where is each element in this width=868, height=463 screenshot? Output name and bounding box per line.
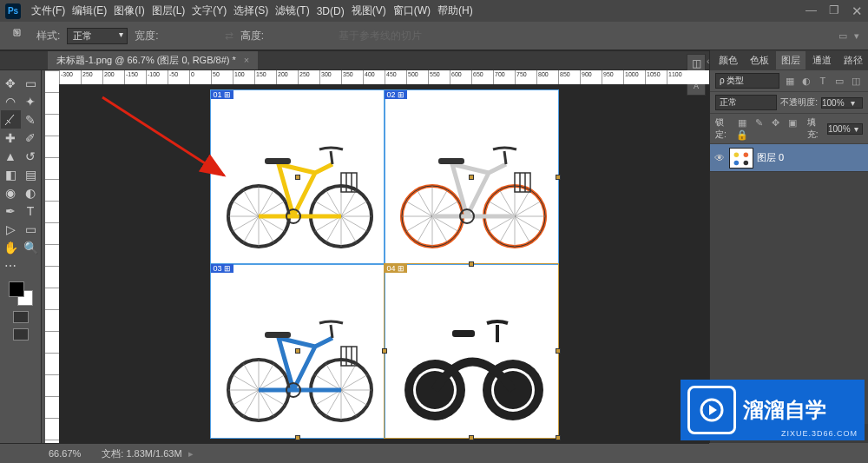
width-input[interactable]	[166, 30, 218, 41]
pen-tool[interactable]: ✒	[1, 202, 21, 220]
menu-help[interactable]: 帮助(H)	[434, 3, 477, 18]
layer-thumbnail[interactable]	[729, 148, 753, 169]
watermark-badge: 溜溜自学 ZIXUE.3D66.COM	[681, 380, 865, 440]
tab-channels[interactable]: 通道	[807, 51, 837, 69]
tab-swatch[interactable]: 色板	[745, 51, 774, 69]
svg-line-9	[232, 216, 258, 232]
filter-pixel-icon[interactable]: ▦	[783, 75, 797, 87]
svg-line-86	[326, 363, 341, 389]
dodge-tool[interactable]: ◐	[21, 183, 41, 202]
svg-rect-90	[265, 332, 291, 338]
layer-filter-select[interactable]: ρ 类型	[715, 73, 779, 89]
svg-line-83	[314, 390, 340, 406]
color-swatches[interactable]	[9, 281, 33, 306]
filter-adjust-icon[interactable]: ◐	[799, 75, 813, 87]
lock-trans-icon[interactable]: ▦	[735, 116, 749, 129]
document-canvas: 01⊞ 02⊞	[211, 90, 558, 438]
svg-line-60	[504, 151, 506, 164]
quick-mask-icon[interactable]	[13, 311, 29, 323]
edit-toolbar-button[interactable]: ⋯	[1, 256, 21, 274]
menu-filter[interactable]: 滤镜(T)	[272, 3, 312, 18]
healing-tool[interactable]: ✚	[1, 129, 21, 147]
menu-select[interactable]: 选择(S)	[230, 3, 272, 18]
status-doc[interactable]: 文档: 1.83M/1.63M ▸	[102, 447, 193, 460]
fill-input[interactable]: 100%▾	[827, 123, 863, 135]
filter-shape-icon[interactable]: ▭	[832, 75, 846, 87]
filter-smart-icon[interactable]: ◫	[849, 75, 863, 87]
layer-row[interactable]: 👁 图层 0	[710, 144, 868, 172]
tab-layers[interactable]: 图层	[776, 51, 806, 69]
height-input[interactable]	[271, 30, 323, 41]
menu-layer[interactable]: 图层(L)	[148, 3, 189, 18]
menu-file[interactable]: 文件(F)	[28, 3, 69, 18]
svg-rect-59	[438, 158, 464, 164]
path-select-tool[interactable]: ▷	[1, 220, 21, 238]
stamp-tool[interactable]: ▲	[1, 147, 21, 165]
blend-mode-select[interactable]: 正常	[715, 95, 777, 110]
toolbox: ✥ ▭ ◠ ✦ ✎ ✚ ✐ ▲ ↺ ◧ ▤ ◉ ◐ ✒ T ▷ ▭ ✋ 🔍 ⋯	[0, 70, 42, 443]
svg-line-88	[341, 363, 357, 389]
svg-line-26	[341, 189, 357, 215]
tab-color[interactable]: 颜色	[713, 51, 743, 69]
menu-image[interactable]: 图像(I)	[110, 3, 148, 18]
guide-slice-label: 基于参考线的切片	[339, 29, 422, 43]
svg-line-8	[243, 216, 259, 242]
brush-tool[interactable]: ✐	[21, 129, 41, 147]
close-window-button[interactable]: ✕	[852, 3, 863, 19]
svg-line-85	[314, 374, 340, 390]
menu-3d[interactable]: 3D(D)	[313, 5, 348, 17]
fill-label: 填充:	[807, 116, 824, 141]
lasso-tool[interactable]: ◠	[1, 92, 21, 110]
menu-type[interactable]: 文字(Y)	[188, 3, 230, 18]
style-select[interactable]: 正常	[67, 28, 128, 44]
visibility-toggle-icon[interactable]: 👁	[713, 152, 726, 164]
type-tool[interactable]: T	[21, 202, 41, 220]
layer-name[interactable]: 图层 0	[757, 151, 784, 164]
screen-mode-icon[interactable]	[13, 328, 29, 341]
zoom-tool[interactable]: 🔍	[21, 238, 41, 256]
shape-tool[interactable]: ▭	[21, 220, 41, 238]
search-icon[interactable]: ▾	[854, 30, 859, 42]
document-tab[interactable]: 未标题-1.png @ 66.7% (图层 0, RGB/8#) * ×	[48, 51, 258, 69]
eraser-tool[interactable]: ◧	[1, 165, 21, 183]
restore-window-button[interactable]: ❐	[829, 3, 839, 19]
eyedropper-tool[interactable]: ✎	[21, 110, 41, 129]
gradient-tool[interactable]: ▤	[21, 165, 41, 183]
history-brush-tool[interactable]: ↺	[21, 147, 41, 165]
wand-tool[interactable]: ✦	[21, 92, 41, 110]
lock-paint-icon[interactable]: ✎	[752, 116, 766, 129]
menu-window[interactable]: 窗口(W)	[390, 3, 434, 18]
lock-move-icon[interactable]: ✥	[768, 116, 782, 129]
svg-rect-99	[452, 330, 475, 337]
marquee-tool[interactable]: ▭	[21, 74, 41, 92]
tool-preset-icon[interactable]	[10, 26, 30, 45]
move-tool[interactable]: ✥	[1, 74, 21, 92]
min-window-button[interactable]: —	[806, 3, 817, 19]
svg-line-12	[243, 189, 259, 215]
svg-line-82	[326, 390, 341, 416]
lock-artboard-icon[interactable]: ▣	[786, 116, 799, 129]
menu-edit[interactable]: 编辑(E)	[69, 3, 110, 18]
workspace-menu-icon[interactable]: ▭	[838, 30, 847, 42]
svg-line-21	[314, 216, 340, 232]
hand-tool[interactable]: ✋	[1, 238, 21, 256]
zoom-display[interactable]: 66.67%	[49, 448, 81, 459]
slice-04[interactable]: 04⊞	[385, 264, 558, 438]
svg-line-46	[432, 201, 458, 216]
filter-type-icon[interactable]: T	[816, 75, 830, 87]
slice-tool[interactable]	[1, 110, 21, 129]
svg-line-54	[488, 201, 514, 216]
svg-line-71	[232, 390, 258, 406]
options-bar: 样式: 正常 宽度: ⇄ 高度: 基于参考线的切片 ▭ ▾	[0, 22, 868, 50]
svg-line-70	[243, 390, 259, 416]
height-label: 高度:	[240, 29, 264, 43]
lock-all-icon[interactable]: 🔒	[735, 129, 749, 141]
close-tab-icon[interactable]: ×	[244, 55, 249, 65]
blur-tool[interactable]: ◉	[1, 183, 21, 202]
svg-point-106	[744, 160, 748, 164]
tab-paths[interactable]: 路径	[838, 51, 868, 69]
opacity-input[interactable]: 100%▾	[821, 97, 863, 109]
watermark-url: ZIXUE.3D66.COM	[781, 429, 858, 438]
menu-view[interactable]: 视图(V)	[348, 3, 390, 18]
canvas[interactable]: 01⊞ 02⊞	[59, 84, 709, 443]
